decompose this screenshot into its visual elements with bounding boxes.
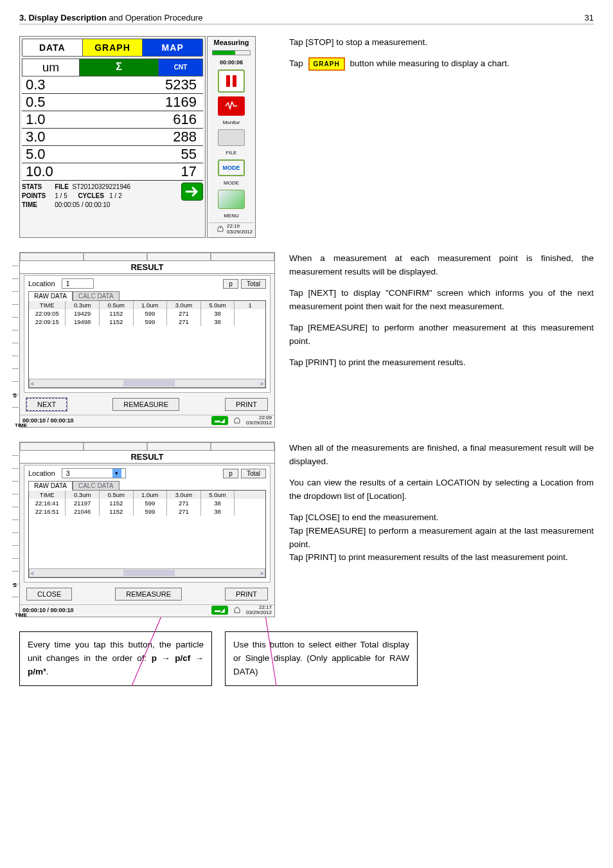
progress-bar xyxy=(212,50,251,55)
tab-data[interactable]: DATA xyxy=(22,39,83,57)
result-title: RESULT xyxy=(20,450,274,464)
h-scrollbar[interactable]: <> xyxy=(29,379,265,388)
screenshot-result-2: S TIME RESULT Location 3▾ p Total RAW DA… xyxy=(19,442,275,617)
monitor-button[interactable] xyxy=(218,96,245,116)
data-table: 0.35235 0.51169 1.0616 3.0288 5.055 10.0… xyxy=(22,77,203,181)
print-button[interactable]: PRINT xyxy=(225,398,268,411)
location-dropdown[interactable]: 3▾ xyxy=(62,468,126,478)
text-block-1: Tap [STOP] to stop a measurement. Tap GR… xyxy=(289,36,594,78)
print-button[interactable]: PRINT xyxy=(225,588,268,601)
remeasure-button[interactable]: REMEASURE xyxy=(112,398,179,411)
chapter-title: 3. Display Description and Operation Pro… xyxy=(19,13,202,23)
location-label: Location xyxy=(28,280,55,287)
location-label: Location xyxy=(28,469,55,477)
close-button[interactable]: CLOSE xyxy=(26,588,72,601)
tab-calc-data[interactable]: CALC DATA xyxy=(73,291,120,301)
h-scrollbar[interactable]: <> xyxy=(29,568,265,577)
result-grid: TIME 0.3um0.5um 1.0um3.0um 5.0um1 22:09:… xyxy=(28,300,266,388)
graph-chip-icon: GRAPH xyxy=(308,57,345,71)
shot1-sidebar: Measuring 00:00:06 Monitor FILE MODE MOD… xyxy=(207,36,256,238)
measuring-label: Measuring xyxy=(213,39,249,46)
table-row: 22:09:15 194981152 599271 38 xyxy=(29,318,265,326)
tab-graph[interactable]: GRAPH xyxy=(83,39,143,57)
timer: 00:00:06 xyxy=(220,59,243,66)
page-header: 3. Display Description and Operation Pro… xyxy=(19,13,594,24)
text-block-2: When a measurement at each measurement p… xyxy=(289,252,594,377)
tab-raw-data[interactable]: RAW DATA xyxy=(28,291,73,301)
callout-total-single: Use this button to select either Total d… xyxy=(225,631,418,686)
total-button[interactable]: Total xyxy=(241,469,266,478)
flag-icon: ▬◢ xyxy=(211,606,228,615)
chevron-down-icon: ▾ xyxy=(112,469,121,478)
tab-map[interactable]: MAP xyxy=(142,39,203,57)
pause-button[interactable] xyxy=(218,69,245,93)
table-row: 22:09:05 194291152 599271 38 xyxy=(29,309,265,318)
subtab-sigma[interactable]: Σ xyxy=(80,59,158,77)
callout-unit-cycle: Every time you tap this button, the part… xyxy=(19,631,212,686)
screenshot-measuring: DATA GRAPH MAP um Σ CNT 0.35235 0.51169 … xyxy=(19,36,276,238)
remeasure-button[interactable]: REMEASURE xyxy=(115,588,182,601)
tab-calc-data[interactable]: CALC DATA xyxy=(73,481,120,491)
page-number: 31 xyxy=(585,13,594,23)
next-button[interactable]: NEXT xyxy=(26,398,67,411)
menu-button[interactable] xyxy=(218,190,245,209)
subtab-um[interactable]: um xyxy=(22,59,80,77)
total-button[interactable]: Total xyxy=(241,279,266,289)
svg-point-0 xyxy=(220,227,221,228)
result-title: RESULT xyxy=(20,260,274,274)
mode-button[interactable]: MODE xyxy=(218,159,245,176)
table-row: 22:16:41 211971152 599271 38 xyxy=(29,499,265,507)
file-button[interactable] xyxy=(218,129,245,146)
text-block-3: When all of the measurements are finishe… xyxy=(289,442,594,572)
unit-button[interactable]: p xyxy=(223,469,238,478)
callout-row: Every time you tap this button, the part… xyxy=(19,631,594,686)
next-arrow-button[interactable] xyxy=(181,183,203,201)
tab-raw-data[interactable]: RAW DATA xyxy=(28,481,73,491)
shot1-footer: STATS POINTS TIME FILE ST20120329221946 … xyxy=(22,183,203,210)
location-value: 1 xyxy=(62,278,94,289)
screenshot-result-1: S TIME RESULT Location 1 p Total RAW DAT… xyxy=(19,252,275,428)
clock: 22:1903/29/2012 xyxy=(209,222,254,235)
flag-icon: ▬◢ xyxy=(211,416,228,425)
unit-button[interactable]: p xyxy=(223,279,238,289)
subtab-cnt[interactable]: CNT xyxy=(158,59,203,77)
result-grid: TIME 0.3um0.5um 1.0um3.0um 5.0um 22:16:4… xyxy=(28,490,266,578)
table-row: 22:16:51 210461152 599271 38 xyxy=(29,507,265,516)
